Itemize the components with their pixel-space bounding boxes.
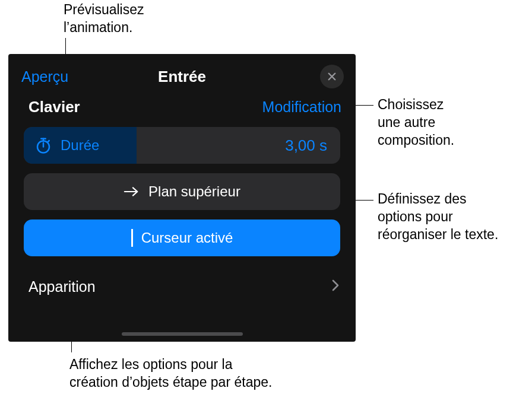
duration-slider[interactable]: Durée 3,00 s xyxy=(24,127,340,164)
callout-reorganize: Définissez des options pour réorganiser … xyxy=(378,190,498,244)
chevron-right-icon xyxy=(332,279,339,294)
stopwatch-icon xyxy=(34,136,52,154)
close-icon xyxy=(327,71,337,82)
callout-composition: Choisissez une autre composition. xyxy=(378,96,454,149)
modify-button[interactable]: Modification xyxy=(262,98,341,116)
top-level-button[interactable]: Plan supérieur xyxy=(24,173,340,210)
home-indicator[interactable] xyxy=(122,332,243,336)
appearance-row[interactable]: Apparition xyxy=(8,272,356,301)
panel-body: Durée 3,00 s Plan supérieur Curseur acti… xyxy=(8,127,356,256)
duration-left: Durée xyxy=(24,136,99,154)
cursor-label: Curseur activé xyxy=(141,230,233,246)
cursor-icon xyxy=(131,229,133,247)
svg-line-4 xyxy=(48,141,49,142)
appearance-label: Apparition xyxy=(28,278,96,295)
close-button[interactable] xyxy=(320,65,344,88)
top-level-label: Plan supérieur xyxy=(148,183,240,200)
duration-value: 3,00 s xyxy=(285,136,340,155)
animation-panel: Aperçu Entrée Clavier Modification xyxy=(8,54,356,342)
arrow-right-icon xyxy=(124,186,140,198)
panel-header: Aperçu Entrée xyxy=(8,54,356,94)
preview-button[interactable]: Aperçu xyxy=(21,68,68,85)
panel-title: Entrée xyxy=(158,68,206,86)
callout-preview: Prévisualisez l’animation. xyxy=(64,1,144,37)
panel-subheader: Clavier Modification xyxy=(8,94,356,127)
duration-label: Durée xyxy=(61,137,99,154)
effect-name-label: Clavier xyxy=(28,98,80,116)
callout-appearance: Affichez les options pour la création d’… xyxy=(69,356,272,392)
cursor-button[interactable]: Curseur activé xyxy=(24,220,340,256)
